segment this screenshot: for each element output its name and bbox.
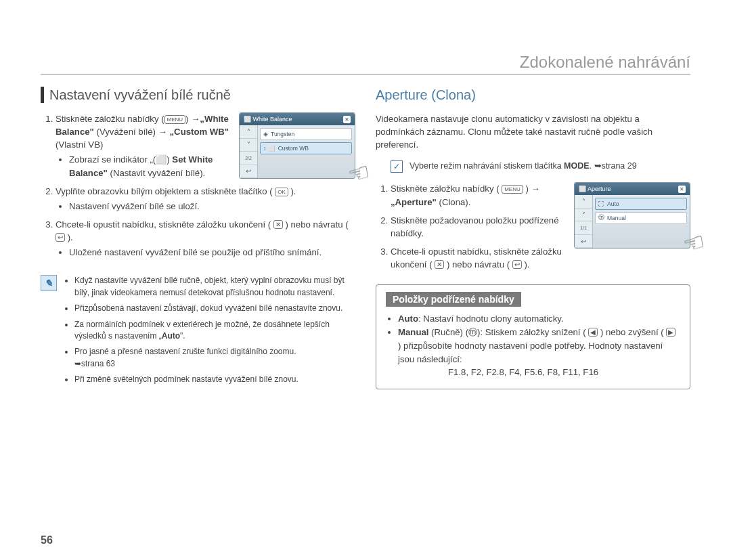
right-step-3: Chcete-li opustit nabídku, stiskněte zál… bbox=[391, 245, 690, 271]
close-icon: ✕ bbox=[435, 260, 444, 269]
note-1: Když nastavíte vyvážení bílé ručně, obje… bbox=[74, 275, 355, 299]
wb-row-custom: ↕ ⬜ Custom WB bbox=[260, 142, 352, 154]
note-3: Za normálních podmínek v exteriérech je … bbox=[74, 319, 355, 343]
arrow-icon: → bbox=[531, 184, 540, 194]
m-icon: ⓜ bbox=[468, 327, 477, 337]
submenu-title: Položky podřízené nabídky bbox=[386, 292, 521, 307]
note-box: ✎ Když nastavíte vyvážení bílé ručně, ob… bbox=[41, 275, 355, 389]
back-icon: ↩ bbox=[575, 235, 592, 249]
menu-icon: MENU bbox=[502, 185, 523, 194]
left-step-2: Vyplňte obrazovku bílým objektem a stisk… bbox=[56, 185, 355, 213]
wb-set-icon: ⬜ bbox=[156, 154, 167, 165]
check-icon: ✓ bbox=[391, 160, 403, 173]
note-icon: ✎ bbox=[41, 275, 57, 291]
link-arrow-icon: ➥ bbox=[74, 359, 81, 368]
submenu-auto: Auto: Nastaví hodnotu clony automaticky. bbox=[398, 312, 680, 326]
arrow-icon: → bbox=[158, 127, 167, 137]
aperture-values: F1.8, F2, F2.8, F4, F5.6, F8, F11, F16 bbox=[448, 366, 680, 379]
minus-icon: ◀ bbox=[588, 328, 598, 337]
ap-row-manual: ⓜ Manual bbox=[595, 212, 687, 224]
down-icon: ˅ bbox=[575, 209, 592, 222]
page-number: 56 bbox=[41, 534, 53, 546]
ok-icon: OK bbox=[275, 188, 288, 196]
right-heading: Aperture (Clona) bbox=[376, 87, 690, 103]
plus-icon: ▶ bbox=[666, 328, 675, 337]
aperture-menu-screenshot: ⬜ Aperture ✕ ˄ ˅ 1/1 ↩ ⛶ Auto ⓜ Manual bbox=[574, 182, 690, 249]
aperture-menu-title: Aperture bbox=[588, 186, 611, 192]
arrow-icon: → bbox=[191, 114, 200, 124]
wb-menu-screenshot: ⬜ White Balance ✕ ˄ ˅ 2/2 ↩ ◈ Tungsten ↕… bbox=[239, 112, 355, 179]
submenu-items-box: Položky podřízené nabídky Auto: Nastaví … bbox=[376, 284, 690, 389]
left-heading: Nastavení vyvážení bílé ručně bbox=[41, 87, 355, 103]
back-icon: ↩ bbox=[56, 233, 65, 242]
close-icon: ✕ bbox=[343, 116, 351, 123]
note-2: Přizpůsobená nastavení zůstávají, dokud … bbox=[74, 303, 355, 314]
up-icon: ˄ bbox=[240, 125, 257, 139]
wb-menu-title: White Balance bbox=[253, 116, 292, 123]
note-5: Při změně světelných podmínek nastavte v… bbox=[74, 374, 355, 385]
close-icon: ✕ bbox=[678, 186, 686, 193]
page-indicator: 1/1 bbox=[575, 221, 592, 235]
left-step-3: Chcete-li opustit nabídku, stiskněte zál… bbox=[56, 218, 355, 259]
right-intro: Videokamera nastavuje clonu automaticky … bbox=[376, 112, 690, 151]
chapter-title: Zdokonalené nahrávání bbox=[520, 53, 690, 72]
wb-row-tungsten: ◈ Tungsten bbox=[260, 128, 352, 140]
ap-row-auto: ⛶ Auto bbox=[595, 198, 687, 210]
note-4: Pro jasné a přesné nastavení zrušte funk… bbox=[74, 346, 355, 370]
submenu-manual: Manual (Ručně) (ⓜ): Stiskem záložky sníž… bbox=[398, 326, 680, 379]
link-arrow-icon: ➥ bbox=[594, 161, 602, 171]
back-icon: ↩ bbox=[512, 260, 522, 269]
menu-icon: MENU bbox=[164, 115, 186, 124]
header-rule bbox=[41, 74, 690, 75]
page-indicator: 2/2 bbox=[240, 152, 257, 165]
back-icon: ↩ bbox=[240, 165, 257, 179]
close-icon: ✕ bbox=[273, 220, 283, 229]
up-icon: ˄ bbox=[575, 195, 592, 209]
precondition-row: ✓ Vyberte režim nahrávání stiskem tlačít… bbox=[391, 160, 690, 173]
down-icon: ˅ bbox=[240, 139, 257, 152]
